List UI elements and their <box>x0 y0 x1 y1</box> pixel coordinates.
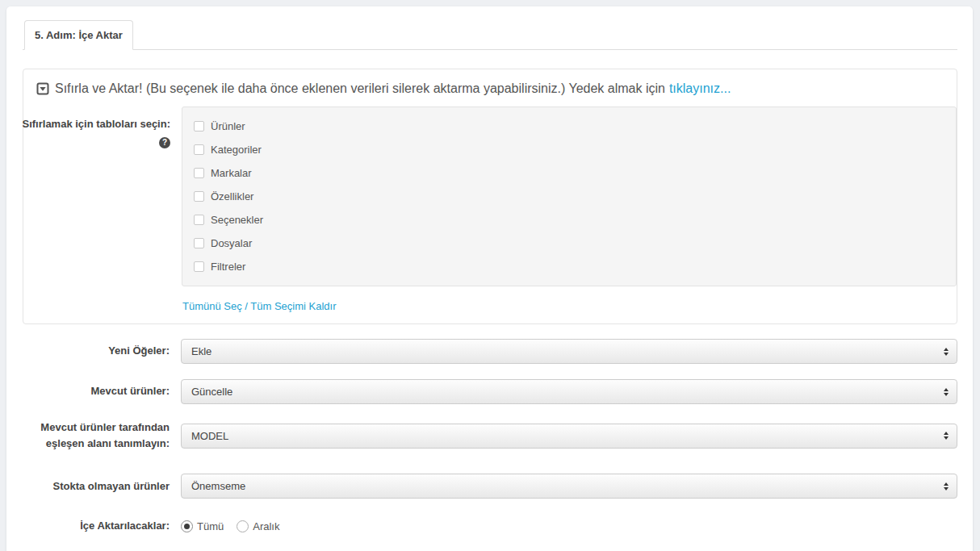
options-checkbox[interactable] <box>194 215 204 225</box>
radio-option-all[interactable]: Tümü <box>181 520 224 532</box>
checkbox-row-attributes[interactable]: Özellikler <box>194 185 944 208</box>
radio-label: Tümü <box>197 520 224 532</box>
categories-checkbox[interactable] <box>194 144 204 155</box>
help-icon[interactable] <box>159 137 170 148</box>
out-of-stock-label: Stokta olmayan ürünler <box>12 478 170 495</box>
reset-and-import-panel: Sıfırla ve Aktar! (Bu seçenek ile daha ö… <box>23 69 957 324</box>
checkbox-label: Dosyalar <box>211 237 252 249</box>
radio-option-range[interactable]: Aralık <box>237 520 279 532</box>
existing-products-label: Mevcut ürünler: <box>12 383 170 399</box>
tables-to-reset-label: Sıfırlamak için tabloları seçin: <box>13 106 170 315</box>
select-stepper-icon <box>944 482 949 490</box>
checkbox-row-categories[interactable]: Kategoriler <box>194 138 944 161</box>
checkbox-label: Kategoriler <box>211 144 262 156</box>
radio-label: Aralık <box>253 520 279 532</box>
existing-products-select-value: Güncelle <box>191 386 232 398</box>
form-row-match-field: Mevcut ürünler tarafından eşleşen alanı … <box>23 420 957 452</box>
import-scope-radio-group: Tümü Aralık <box>181 520 957 532</box>
new-items-select-value: Ekle <box>191 345 211 357</box>
form-row-existing-products: Mevcut ürünler: Güncelle <box>23 379 957 404</box>
form-row-import-scope: İçe Aktarılacaklar: Tümü Aralık <box>23 518 957 534</box>
tables-checkbox-group: Ürünler Kategoriler Markalar Özelli <box>182 106 957 286</box>
checkbox-row-filters[interactable]: Filtreler <box>194 255 944 278</box>
checkbox-row-products[interactable]: Ürünler <box>194 115 944 138</box>
range-radio[interactable] <box>237 520 249 532</box>
checkbox-label: Seçenekler <box>211 214 263 226</box>
caret-square-down-icon[interactable] <box>36 82 49 95</box>
content-card: 5. Adım: İçe Aktar Sıfırla ve Aktar! (Bu… <box>6 6 973 551</box>
selection-links: Tümünü Seç / Tüm Seçimi Kaldır <box>182 300 957 312</box>
files-checkbox[interactable] <box>194 238 204 248</box>
import-scope-label: İçe Aktarılacaklar: <box>12 518 170 534</box>
select-stepper-icon <box>944 388 949 396</box>
links-separator: / <box>242 300 251 312</box>
existing-products-select[interactable]: Güncelle <box>181 379 957 404</box>
out-of-stock-select[interactable]: Önemseme <box>181 474 957 499</box>
all-radio-selected[interactable] <box>181 520 193 532</box>
select-stepper-icon <box>944 432 949 440</box>
filters-checkbox[interactable] <box>194 261 204 272</box>
checkbox-label: Özellikler <box>211 190 253 202</box>
tab-bar: 5. Adım: İçe Aktar <box>23 20 957 50</box>
form-row-out-of-stock: Stokta olmayan ürünler Önemseme <box>23 474 957 499</box>
brands-checkbox[interactable] <box>194 168 204 178</box>
form-row-new-items: Yeni Öğeler: Ekle <box>23 339 957 364</box>
backup-link[interactable]: tıklayınız... <box>669 81 731 96</box>
checkbox-label: Filtreler <box>211 261 245 273</box>
match-field-select-value: MODEL <box>191 430 228 442</box>
attributes-checkbox[interactable] <box>194 191 204 202</box>
match-field-select[interactable]: MODEL <box>181 424 957 449</box>
checkbox-row-brands[interactable]: Markalar <box>194 161 944 185</box>
select-all-link[interactable]: Tümünü Seç <box>182 300 242 312</box>
tables-to-reset-label-text: Sıfırlamak için tabloları seçin: <box>22 118 170 130</box>
checkbox-row-options[interactable]: Seçenekler <box>194 208 944 232</box>
reset-panel-header-text: Sıfırla ve Aktar! (Bu seçenek ile daha ö… <box>55 81 665 96</box>
checkbox-row-files[interactable]: Dosyalar <box>194 232 944 255</box>
out-of-stock-select-value: Önemseme <box>191 480 245 492</box>
checkbox-label: Ürünler <box>211 120 245 132</box>
match-field-label: Mevcut ürünler tarafından eşleşen alanı … <box>12 420 170 452</box>
products-checkbox[interactable] <box>194 121 204 131</box>
new-items-select[interactable]: Ekle <box>181 339 957 364</box>
reset-panel-header: Sıfırla ve Aktar! (Bu seçenek ile daha ö… <box>23 69 957 106</box>
new-items-label: Yeni Öğeler: <box>12 343 170 359</box>
tab-step5-import[interactable]: 5. Adım: İçe Aktar <box>24 20 133 50</box>
checkbox-label: Markalar <box>211 167 252 179</box>
deselect-all-link[interactable]: Tüm Seçimi Kaldır <box>250 300 336 312</box>
select-stepper-icon <box>944 348 949 356</box>
